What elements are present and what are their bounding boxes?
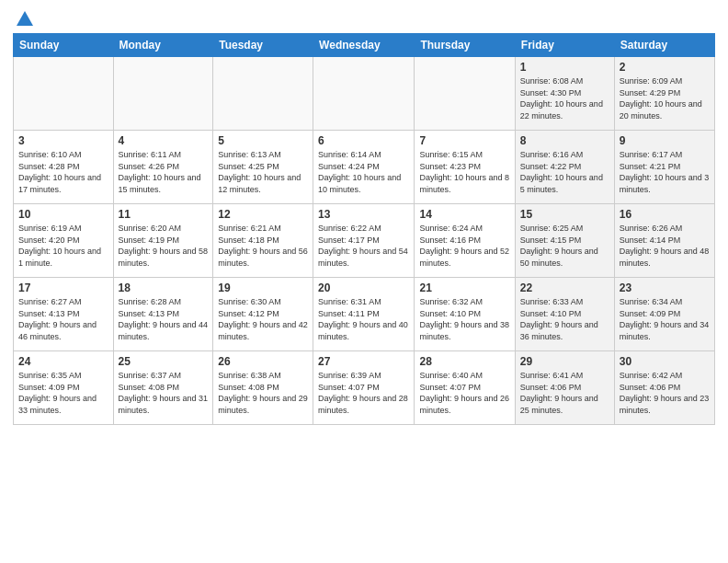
calendar-day-cell [415, 57, 515, 131]
day-info: Sunrise: 6:10 AM Sunset: 4:28 PM Dayligh… [18, 149, 108, 195]
weekday-header: Monday [113, 34, 213, 57]
calendar-day-cell: 3Sunrise: 6:10 AM Sunset: 4:28 PM Daylig… [14, 131, 114, 204]
day-number: 12 [218, 208, 308, 221]
day-info: Sunrise: 6:08 AM Sunset: 4:30 PM Dayligh… [520, 75, 609, 121]
calendar-day-cell: 4Sunrise: 6:11 AM Sunset: 4:26 PM Daylig… [113, 131, 213, 204]
day-info: Sunrise: 6:16 AM Sunset: 4:22 PM Dayligh… [520, 149, 609, 195]
weekday-header: Saturday [614, 34, 714, 57]
calendar-day-cell [313, 57, 415, 131]
day-info: Sunrise: 6:22 AM Sunset: 4:17 PM Dayligh… [318, 223, 409, 269]
calendar-day-cell: 17Sunrise: 6:27 AM Sunset: 4:13 PM Dayli… [14, 278, 114, 351]
calendar-day-cell: 16Sunrise: 6:26 AM Sunset: 4:14 PM Dayli… [614, 204, 714, 278]
calendar-day-cell: 1Sunrise: 6:08 AM Sunset: 4:30 PM Daylig… [515, 57, 614, 131]
day-number: 9 [620, 134, 710, 147]
day-number: 2 [620, 61, 710, 74]
day-info: Sunrise: 6:13 AM Sunset: 4:25 PM Dayligh… [218, 149, 308, 195]
calendar-week-row: 17Sunrise: 6:27 AM Sunset: 4:13 PM Dayli… [14, 278, 715, 351]
calendar-day-cell: 6Sunrise: 6:14 AM Sunset: 4:24 PM Daylig… [313, 131, 415, 204]
day-number: 18 [119, 282, 209, 294]
calendar-day-cell: 26Sunrise: 6:38 AM Sunset: 4:08 PM Dayli… [213, 351, 313, 425]
calendar-table: SundayMondayTuesdayWednesdayThursdayFrid… [13, 33, 715, 425]
logo [13, 9, 35, 26]
day-info: Sunrise: 6:19 AM Sunset: 4:20 PM Dayligh… [18, 223, 108, 269]
calendar-week-row: 24Sunrise: 6:35 AM Sunset: 4:09 PM Dayli… [14, 351, 715, 425]
day-info: Sunrise: 6:11 AM Sunset: 4:26 PM Dayligh… [119, 149, 209, 195]
day-info: Sunrise: 6:21 AM Sunset: 4:18 PM Dayligh… [218, 223, 308, 269]
day-number: 3 [18, 134, 108, 147]
calendar-week-row: 10Sunrise: 6:19 AM Sunset: 4:20 PM Dayli… [14, 204, 715, 278]
day-number: 6 [318, 134, 409, 147]
calendar-day-cell: 27Sunrise: 6:39 AM Sunset: 4:07 PM Dayli… [313, 351, 415, 425]
calendar-day-cell: 9Sunrise: 6:17 AM Sunset: 4:21 PM Daylig… [614, 131, 714, 204]
day-number: 21 [419, 282, 509, 294]
calendar-day-cell [113, 57, 213, 131]
day-number: 1 [520, 61, 609, 74]
day-number: 25 [119, 355, 209, 368]
day-info: Sunrise: 6:34 AM Sunset: 4:09 PM Dayligh… [620, 296, 710, 342]
day-number: 19 [218, 282, 308, 294]
day-number: 11 [119, 208, 209, 221]
day-info: Sunrise: 6:31 AM Sunset: 4:11 PM Dayligh… [318, 296, 409, 342]
calendar-day-cell: 5Sunrise: 6:13 AM Sunset: 4:25 PM Daylig… [213, 131, 313, 204]
calendar-day-cell: 2Sunrise: 6:09 AM Sunset: 4:29 PM Daylig… [614, 57, 714, 131]
day-info: Sunrise: 6:37 AM Sunset: 4:08 PM Dayligh… [119, 370, 209, 416]
calendar-day-cell: 20Sunrise: 6:31 AM Sunset: 4:11 PM Dayli… [313, 278, 415, 351]
weekday-header: Friday [515, 34, 614, 57]
day-number: 13 [318, 208, 409, 221]
day-info: Sunrise: 6:41 AM Sunset: 4:06 PM Dayligh… [520, 370, 609, 416]
day-info: Sunrise: 6:32 AM Sunset: 4:10 PM Dayligh… [419, 296, 509, 342]
calendar-day-cell: 12Sunrise: 6:21 AM Sunset: 4:18 PM Dayli… [213, 204, 313, 278]
calendar-day-cell: 21Sunrise: 6:32 AM Sunset: 4:10 PM Dayli… [415, 278, 515, 351]
day-number: 4 [119, 134, 209, 147]
day-number: 29 [520, 355, 609, 368]
day-number: 28 [419, 355, 509, 368]
calendar-day-cell: 19Sunrise: 6:30 AM Sunset: 4:12 PM Dayli… [213, 278, 313, 351]
day-info: Sunrise: 6:14 AM Sunset: 4:24 PM Dayligh… [318, 149, 409, 195]
weekday-header: Sunday [14, 34, 114, 57]
day-info: Sunrise: 6:38 AM Sunset: 4:08 PM Dayligh… [218, 370, 308, 416]
calendar-day-cell: 10Sunrise: 6:19 AM Sunset: 4:20 PM Dayli… [14, 204, 114, 278]
calendar-day-cell: 25Sunrise: 6:37 AM Sunset: 4:08 PM Dayli… [113, 351, 213, 425]
calendar-day-cell: 15Sunrise: 6:25 AM Sunset: 4:15 PM Dayli… [515, 204, 614, 278]
day-info: Sunrise: 6:20 AM Sunset: 4:19 PM Dayligh… [119, 223, 209, 269]
calendar-day-cell: 22Sunrise: 6:33 AM Sunset: 4:10 PM Dayli… [515, 278, 614, 351]
day-number: 24 [18, 355, 108, 368]
day-info: Sunrise: 6:26 AM Sunset: 4:14 PM Dayligh… [620, 223, 710, 269]
day-info: Sunrise: 6:09 AM Sunset: 4:29 PM Dayligh… [620, 75, 710, 121]
main-container: SundayMondayTuesdayWednesdayThursdayFrid… [0, 0, 728, 434]
header [13, 9, 715, 26]
day-number: 7 [419, 134, 509, 147]
day-info: Sunrise: 6:42 AM Sunset: 4:06 PM Dayligh… [620, 370, 710, 416]
day-number: 5 [218, 134, 308, 147]
calendar-day-cell: 28Sunrise: 6:40 AM Sunset: 4:07 PM Dayli… [415, 351, 515, 425]
calendar-day-cell: 23Sunrise: 6:34 AM Sunset: 4:09 PM Dayli… [614, 278, 714, 351]
day-info: Sunrise: 6:27 AM Sunset: 4:13 PM Dayligh… [18, 296, 108, 342]
weekday-header: Wednesday [313, 34, 415, 57]
day-info: Sunrise: 6:15 AM Sunset: 4:23 PM Dayligh… [419, 149, 509, 195]
calendar-day-cell: 24Sunrise: 6:35 AM Sunset: 4:09 PM Dayli… [14, 351, 114, 425]
day-number: 14 [419, 208, 509, 221]
day-number: 8 [520, 134, 609, 147]
calendar-day-cell [14, 57, 114, 131]
calendar-week-row: 1Sunrise: 6:08 AM Sunset: 4:30 PM Daylig… [14, 57, 715, 131]
calendar-day-cell: 14Sunrise: 6:24 AM Sunset: 4:16 PM Dayli… [415, 204, 515, 278]
day-number: 20 [318, 282, 409, 294]
calendar-day-cell: 11Sunrise: 6:20 AM Sunset: 4:19 PM Dayli… [113, 204, 213, 278]
day-number: 15 [520, 208, 609, 221]
day-info: Sunrise: 6:25 AM Sunset: 4:15 PM Dayligh… [520, 223, 609, 269]
day-info: Sunrise: 6:28 AM Sunset: 4:13 PM Dayligh… [119, 296, 209, 342]
calendar-day-cell [213, 57, 313, 131]
day-number: 16 [620, 208, 710, 221]
day-number: 17 [18, 282, 108, 294]
calendar-day-cell: 18Sunrise: 6:28 AM Sunset: 4:13 PM Dayli… [113, 278, 213, 351]
day-info: Sunrise: 6:24 AM Sunset: 4:16 PM Dayligh… [419, 223, 509, 269]
weekday-header: Tuesday [213, 34, 313, 57]
calendar-day-cell: 8Sunrise: 6:16 AM Sunset: 4:22 PM Daylig… [515, 131, 614, 204]
day-info: Sunrise: 6:17 AM Sunset: 4:21 PM Dayligh… [620, 149, 710, 195]
day-info: Sunrise: 6:33 AM Sunset: 4:10 PM Dayligh… [520, 296, 609, 342]
day-number: 30 [620, 355, 710, 368]
day-info: Sunrise: 6:40 AM Sunset: 4:07 PM Dayligh… [419, 370, 509, 416]
calendar-week-row: 3Sunrise: 6:10 AM Sunset: 4:28 PM Daylig… [14, 131, 715, 204]
weekday-header: Thursday [415, 34, 515, 57]
day-number: 27 [318, 355, 409, 368]
